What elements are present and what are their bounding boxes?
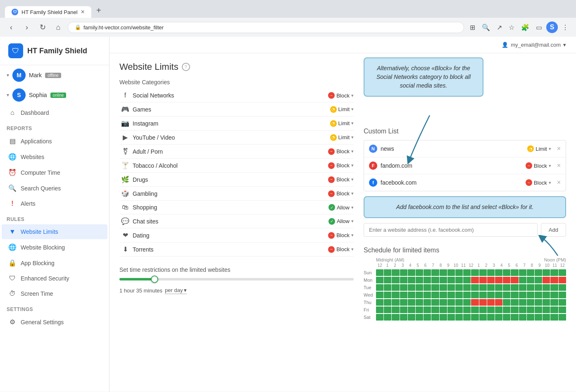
schedule-cell[interactable] xyxy=(471,314,478,321)
schedule-cell[interactable] xyxy=(487,314,495,321)
schedule-cell[interactable] xyxy=(440,306,447,313)
schedule-cell[interactable] xyxy=(495,306,502,313)
schedule-cell[interactable] xyxy=(550,306,558,313)
forward-button[interactable]: › xyxy=(21,21,33,33)
schedule-cell[interactable] xyxy=(559,269,566,276)
schedule-cell[interactable] xyxy=(495,299,502,306)
schedule-cell[interactable] xyxy=(519,306,526,313)
schedule-cells[interactable] xyxy=(376,292,566,298)
site-action-arrow[interactable]: ▾ xyxy=(549,163,551,169)
schedule-cell[interactable] xyxy=(447,306,455,313)
schedule-cell[interactable] xyxy=(487,277,495,283)
schedule-cells[interactable] xyxy=(376,284,566,291)
schedule-cell[interactable] xyxy=(527,277,534,283)
schedule-cell[interactable] xyxy=(471,277,478,283)
schedule-cell[interactable] xyxy=(447,314,455,321)
schedule-cell[interactable] xyxy=(543,284,550,291)
bookmark-button[interactable]: ☆ xyxy=(506,21,517,33)
schedule-cell[interactable] xyxy=(447,269,455,276)
schedule-cell[interactable] xyxy=(455,306,463,313)
schedule-cell[interactable] xyxy=(511,314,518,321)
profile-button[interactable]: S xyxy=(546,21,558,33)
schedule-cell[interactable] xyxy=(384,314,391,321)
schedule-cell[interactable] xyxy=(511,277,518,283)
schedule-cell[interactable] xyxy=(463,269,471,276)
schedule-cell[interactable] xyxy=(400,314,407,321)
schedule-cells[interactable] xyxy=(376,299,566,306)
schedule-cell[interactable] xyxy=(550,292,558,298)
schedule-cell[interactable] xyxy=(463,314,471,321)
schedule-cell[interactable] xyxy=(431,314,439,321)
schedule-cell[interactable] xyxy=(447,292,455,298)
category-action[interactable]: − Block ▾ xyxy=(328,92,354,99)
schedule-cell[interactable] xyxy=(455,277,463,283)
schedule-cell[interactable] xyxy=(416,284,423,291)
schedule-cell[interactable] xyxy=(479,269,487,276)
schedule-cell[interactable] xyxy=(495,284,502,291)
schedule-cell[interactable] xyxy=(392,269,399,276)
action-dropdown-arrow[interactable]: ▾ xyxy=(351,205,354,210)
schedule-cells[interactable] xyxy=(376,314,566,321)
sidebar-item-computer-time[interactable]: ⏰ Computer Time xyxy=(2,165,107,180)
site-action[interactable]: ◔ Limit ▾ xyxy=(527,145,551,152)
sidebar-item-app-blocking[interactable]: 🔒 App Blocking xyxy=(2,255,107,271)
action-dropdown-arrow[interactable]: ▾ xyxy=(351,149,354,154)
sidebar-item-applications[interactable]: ▤ Applications xyxy=(2,133,107,149)
schedule-cell[interactable] xyxy=(416,306,423,313)
schedule-cell[interactable] xyxy=(424,292,431,298)
schedule-cell[interactable] xyxy=(511,306,518,313)
schedule-cell[interactable] xyxy=(392,306,399,313)
schedule-cell[interactable] xyxy=(519,314,526,321)
schedule-cell[interactable] xyxy=(440,292,447,298)
sidebar-item-websites[interactable]: 🌐 Websites xyxy=(2,149,107,164)
sidebar-item-screen-time[interactable]: ⏱ Screen Time xyxy=(2,286,107,301)
schedule-cell[interactable] xyxy=(519,299,526,306)
schedule-cell[interactable] xyxy=(447,277,455,283)
schedule-cell[interactable] xyxy=(495,269,502,276)
schedule-cell[interactable] xyxy=(503,314,510,321)
schedule-cell[interactable] xyxy=(440,269,447,276)
schedule-cell[interactable] xyxy=(559,284,566,291)
schedule-cell[interactable] xyxy=(550,277,558,283)
schedule-cell[interactable] xyxy=(503,306,510,313)
schedule-cell[interactable] xyxy=(543,292,550,298)
schedule-cell[interactable] xyxy=(511,292,518,298)
time-slider[interactable] xyxy=(119,278,354,280)
schedule-cell[interactable] xyxy=(431,292,439,298)
category-action[interactable]: ✓ Allow ▾ xyxy=(328,218,354,225)
action-dropdown-arrow[interactable]: ▾ xyxy=(351,93,354,98)
split-button[interactable]: ▭ xyxy=(533,21,545,33)
schedule-cell[interactable] xyxy=(495,292,502,298)
schedule-cell[interactable] xyxy=(431,269,439,276)
schedule-cell[interactable] xyxy=(535,269,542,276)
schedule-cell[interactable] xyxy=(495,277,502,283)
category-action[interactable]: − Block ▾ xyxy=(328,162,354,169)
schedule-cell[interactable] xyxy=(463,277,471,283)
schedule-cell[interactable] xyxy=(376,269,383,276)
category-action[interactable]: − Block ▾ xyxy=(328,190,354,197)
schedule-cell[interactable] xyxy=(408,284,415,291)
schedule-cell[interactable] xyxy=(550,284,558,291)
schedule-cell[interactable] xyxy=(431,306,439,313)
schedule-cell[interactable] xyxy=(503,277,510,283)
schedule-cell[interactable] xyxy=(455,269,463,276)
schedule-cell[interactable] xyxy=(550,314,558,321)
search-button[interactable]: 🔍 xyxy=(479,21,493,33)
schedule-cell[interactable] xyxy=(559,299,566,306)
sidebar-item-search-queries[interactable]: 🔍 Search Queries xyxy=(2,181,107,196)
schedule-cell[interactable] xyxy=(535,277,542,283)
schedule-cell[interactable] xyxy=(471,299,478,306)
schedule-cell[interactable] xyxy=(400,269,407,276)
schedule-cell[interactable] xyxy=(535,284,542,291)
schedule-cell[interactable] xyxy=(455,292,463,298)
action-dropdown-arrow[interactable]: ▾ xyxy=(351,191,354,196)
schedule-cell[interactable] xyxy=(384,292,391,298)
category-action[interactable]: ◔ Limit ▾ xyxy=(330,120,354,127)
tab-close-button[interactable]: × xyxy=(81,9,85,15)
sidebar-item-dashboard[interactable]: ⌂ Dashboard xyxy=(2,105,107,120)
schedule-cell[interactable] xyxy=(408,277,415,283)
schedule-cell[interactable] xyxy=(392,277,399,283)
sidebar-item-website-blocking[interactable]: 🌐 Website Blocking xyxy=(2,240,107,255)
schedule-cell[interactable] xyxy=(511,299,518,306)
schedule-cell[interactable] xyxy=(376,277,383,283)
